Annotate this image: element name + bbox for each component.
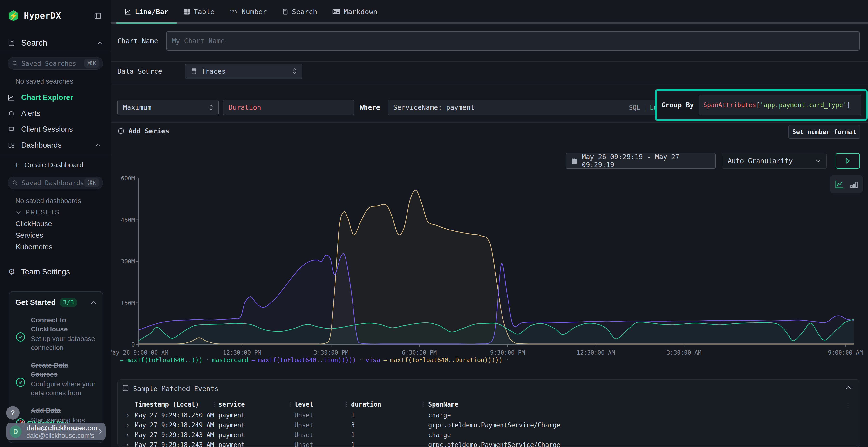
row-expand-icon[interactable]: ›	[126, 441, 129, 447]
event-cell[interactable]: payment	[218, 441, 245, 447]
sample-events-panel: Sample Matched Events ⋮ Timestamp (Local…	[117, 379, 860, 447]
get-started-item-title: Add Data	[31, 406, 96, 415]
row-expand-icon[interactable]: ›	[126, 421, 129, 429]
help-button[interactable]: ?	[6, 406, 20, 419]
granularity-select[interactable]: Auto Granularity	[722, 153, 827, 169]
chevron-up-icon[interactable]	[91, 301, 96, 304]
timeseries-chart[interactable]: 0150M300M450M600MMay 26 9:00:00 AM12:30:…	[106, 172, 863, 360]
markdown-icon	[332, 9, 340, 15]
sidebar-item-client-sessions[interactable]: Client Sessions	[0, 122, 111, 137]
add-series-button[interactable]: Add Series	[117, 126, 169, 136]
legend-series-label: maxIf(toFloat640..tion)))))	[258, 356, 356, 364]
data-source-select[interactable]: Traces	[185, 64, 302, 79]
event-cell[interactable]: 3	[351, 421, 355, 429]
event-cell[interactable]: payment	[218, 412, 245, 419]
column-resize-handle[interactable]: ⋮	[211, 401, 217, 408]
column-header-spanname[interactable]: SpanName	[428, 401, 458, 408]
column-resize-handle[interactable]: ⋮	[287, 401, 292, 408]
sidebar-section-search[interactable]: Search	[8, 38, 103, 47]
date-range-input[interactable]: May 26 09:29:19 - May 27 09:29:19	[566, 153, 716, 169]
event-cell[interactable]: Unset	[294, 412, 313, 419]
event-cell[interactable]: May 27 9:29:18.243 AM	[135, 431, 214, 439]
team-settings-label: Team Settings	[21, 267, 70, 276]
svg-text:300M: 300M	[121, 258, 135, 265]
event-cell[interactable]: Unset	[294, 421, 313, 429]
column-header-timestamp-local-[interactable]: Timestamp (Local)	[135, 401, 199, 408]
event-cell[interactable]: charge	[428, 412, 451, 419]
sidebar-item-chart-explorer[interactable]: Chart Explorer	[0, 90, 111, 105]
presets-label: PRESETS	[26, 209, 60, 216]
event-cell[interactable]: Unset	[294, 431, 313, 439]
tab-label: Table	[194, 8, 215, 16]
event-cell[interactable]: May 27 9:29:18.249 AM	[135, 421, 214, 429]
main-content: Line/Bar Table123 Number Search Markdown…	[111, 0, 868, 447]
presets-header[interactable]: PRESETS	[16, 209, 60, 216]
team-settings-button[interactable]: ⚙ Team Settings	[8, 265, 70, 278]
laptop-icon	[8, 126, 15, 133]
group-by-label: Group By	[661, 101, 694, 109]
chart-name-input[interactable]	[166, 31, 860, 50]
sql-toggle[interactable]: SQL	[629, 104, 640, 111]
create-dashboard-button[interactable]: + Create Dashboard	[14, 160, 84, 171]
column-header-duration[interactable]: duration	[351, 401, 381, 408]
event-cell[interactable]: charge	[428, 431, 451, 439]
legend-item[interactable]: —maxIf(toFloat640..tion)))))·visa	[252, 356, 380, 364]
collapse-sidebar-icon[interactable]	[94, 12, 102, 20]
row-expand-icon[interactable]: ›	[126, 431, 129, 439]
event-cell[interactable]: grpc.oteldemo.PaymentService/Charge	[428, 421, 560, 429]
set-number-format-label: Set number format	[792, 128, 857, 136]
saved-dashboards-input[interactable]: Saved Dashboards ⌘K	[8, 176, 103, 189]
tab-search[interactable]: Search	[282, 8, 317, 16]
column-header-level[interactable]: level	[294, 401, 313, 408]
play-icon	[845, 158, 850, 164]
saved-searches-placeholder: Saved Searches	[22, 60, 84, 67]
tab-table[interactable]: Table	[184, 8, 215, 16]
column-header-service[interactable]: service	[218, 401, 245, 408]
legend-item[interactable]: —maxIf(toFloat640..Duration)))))·	[383, 356, 509, 364]
event-cell[interactable]: Unset	[294, 441, 313, 447]
column-resize-handle[interactable]: ⋮	[421, 401, 426, 408]
get-started-title: Get Started	[16, 298, 56, 307]
collapse-panel-icon[interactable]	[845, 385, 852, 390]
sql-lucene-divider: |	[643, 104, 647, 111]
event-cell[interactable]: 1	[351, 412, 355, 419]
chevron-up-icon[interactable]	[97, 41, 103, 45]
event-cell[interactable]: May 27 9:29:18.250 AM	[135, 412, 214, 419]
chart-name-label: Chart Name	[117, 31, 158, 50]
group-by-input[interactable]: SpanAttributes['app.payment.card_type']	[699, 95, 861, 115]
field-input[interactable]: Duration	[223, 100, 354, 115]
saved-searches-input[interactable]: Saved Searches ⌘K	[8, 57, 103, 70]
search-icon	[12, 180, 18, 186]
legend-separator: ·	[206, 356, 209, 364]
event-cell[interactable]: payment	[218, 431, 245, 439]
tab-markdown[interactable]: Markdown	[332, 8, 378, 16]
preset-clickhouse[interactable]: ClickHouse	[0, 218, 111, 230]
user-menu[interactable]: D dale@clickhouse.com dale@clickhouse.co…	[6, 423, 105, 440]
column-resize-handle[interactable]: ⋮	[344, 401, 349, 408]
where-input[interactable]: ServiceName: payment SQL | Lucene	[388, 100, 678, 115]
sidebar-item-alerts[interactable]: Alerts	[0, 105, 111, 122]
event-cell[interactable]: payment	[218, 421, 245, 429]
set-number-format-button[interactable]: Set number format	[788, 125, 860, 139]
check-circle-icon	[16, 367, 26, 398]
get-started-item-desc: Set up your database connection	[31, 334, 96, 352]
run-query-button[interactable]	[836, 153, 860, 169]
legend-item[interactable]: —maxIf(toFloat640..)))·mastercard	[120, 356, 248, 364]
event-cell[interactable]: 1	[351, 441, 355, 447]
sidebar-item-dashboards[interactable]: Dashboards	[0, 137, 111, 153]
tab-line-bar[interactable]: Line/Bar	[125, 8, 168, 16]
row-expand-icon[interactable]: ›	[126, 412, 129, 419]
event-cell[interactable]: May 27 9:29:18.243 AM	[135, 441, 214, 447]
preset-services[interactable]: Services	[0, 230, 111, 241]
event-cell[interactable]: 1	[351, 431, 355, 439]
get-started-item[interactable]: Connect to ClickHouse Set up your databa…	[16, 315, 96, 352]
table-menu-icon[interactable]: ⋮	[845, 402, 850, 409]
aggregation-select[interactable]: Maximum	[117, 100, 219, 115]
chart-type-tabs: Line/Bar Table123 Number Search Markdown	[111, 0, 868, 24]
tab-number[interactable]: 123 Number	[229, 8, 267, 16]
preset-kubernetes[interactable]: Kubernetes	[0, 241, 111, 253]
get-started-item[interactable]: Create Data Sources Configure where your…	[16, 361, 96, 398]
svg-text:12:30:00 AM: 12:30:00 AM	[577, 349, 615, 356]
event-cell[interactable]: grpc.oteldemo.PaymentService/Charge	[428, 441, 560, 447]
svg-text:9:00:00 AM: 9:00:00 AM	[828, 349, 863, 356]
